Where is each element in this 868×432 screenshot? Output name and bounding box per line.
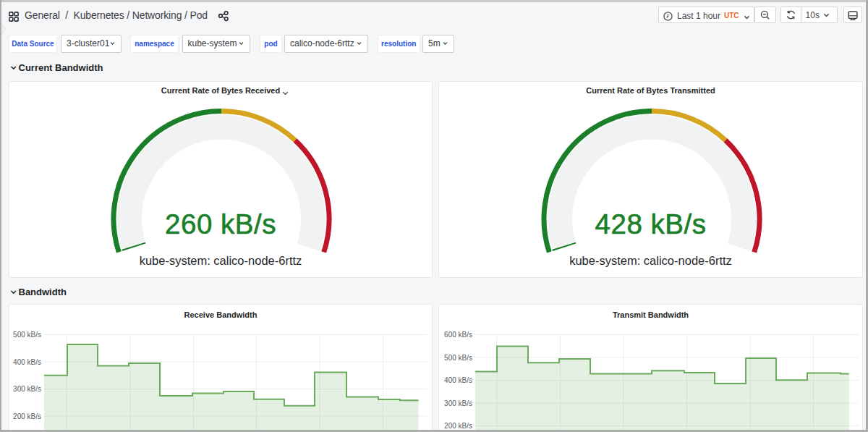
- svg-text:300 kB/s: 300 kB/s: [444, 399, 472, 407]
- svg-text:200 kB/s: 200 kB/s: [444, 422, 472, 430]
- svg-text:400 kB/s: 400 kB/s: [444, 376, 472, 384]
- svg-text:600 kB/s: 600 kB/s: [444, 331, 472, 339]
- svg-text:300 kB/s: 300 kB/s: [13, 385, 41, 393]
- svg-text:400 kB/s: 400 kB/s: [13, 358, 41, 366]
- svg-text:200 kB/s: 200 kB/s: [13, 412, 41, 420]
- svg-text:500 kB/s: 500 kB/s: [444, 354, 472, 362]
- svg-text:500 kB/s: 500 kB/s: [13, 331, 41, 339]
